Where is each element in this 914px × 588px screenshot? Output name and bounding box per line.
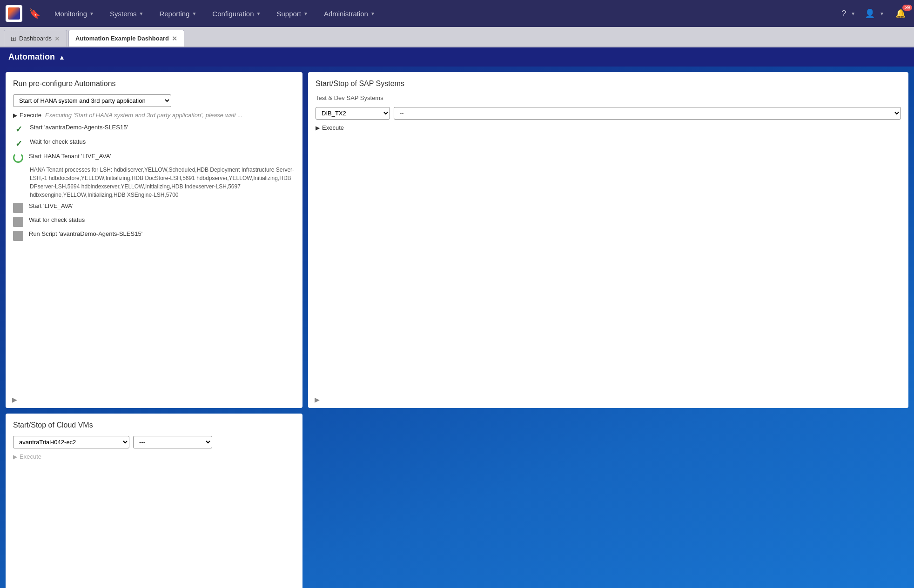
- nav-systems[interactable]: Systems ▼: [103, 0, 150, 27]
- step5-pending-icon: [13, 217, 23, 227]
- card2-execute-label: Execute: [322, 124, 344, 131]
- play-icon: ▶: [13, 454, 17, 460]
- card-sap-systems: Start/Stop of SAP Systems Test & Dev SAP…: [308, 72, 908, 408]
- step-4: Start 'LIVE_AVA': [13, 202, 295, 213]
- automation-section-header: Automation ▲: [0, 47, 914, 67]
- card4-empty: [308, 414, 908, 588]
- chevron-down-icon: ▼: [880, 11, 884, 16]
- card-cloud-vms: Start/Stop of Cloud VMs avantraTrial-i04…: [6, 414, 302, 588]
- card2-title: Start/Stop of SAP Systems: [316, 80, 901, 88]
- tab-bar: ⊞ Dashboards ✕ Automation Example Dashbo…: [0, 27, 914, 47]
- nav-configuration[interactable]: Configuration ▼: [206, 0, 267, 27]
- step2-text: Wait for check status: [30, 138, 86, 146]
- card1-automation-select[interactable]: Start of HANA system and 3rd party appli…: [13, 94, 171, 107]
- card1-title: Run pre-configure Automations: [13, 80, 295, 88]
- top-navigation: 🔖 Monitoring ▼ Systems ▼ Reporting ▼ Con…: [0, 0, 914, 27]
- step2-done-icon: ✓: [13, 138, 24, 149]
- card3-vm-select[interactable]: avantraTrial-i042-ec2: [13, 436, 129, 448]
- step3-text: Start HANA Tenant 'LIVE_AVA': [29, 152, 111, 160]
- card1-expand-icon[interactable]: ▶: [12, 396, 17, 403]
- tab-automation-label: Automation Example Dashboard: [75, 35, 169, 42]
- step5-text: Wait for check status: [29, 216, 85, 224]
- section-title: Automation: [8, 52, 55, 62]
- step-6: Run Script 'avantraDemo-Agents-SLES15': [13, 230, 295, 241]
- card3-execute-button[interactable]: ▶ Execute: [13, 453, 41, 460]
- card1-dropdown-row: Start of HANA system and 3rd party appli…: [13, 94, 295, 107]
- card2-system-select[interactable]: DIB_TX2: [316, 107, 390, 120]
- step-5: Wait for check status: [13, 216, 295, 227]
- step3-detail: HANA Tenant processes for LSH: hdbdiserv…: [30, 166, 295, 199]
- card3-action-select[interactable]: ---: [133, 436, 212, 448]
- chevron-down-icon: ▼: [303, 11, 308, 16]
- section-collapse-icon[interactable]: ▲: [59, 53, 65, 61]
- step-2: ✓ Wait for check status: [13, 138, 295, 149]
- chevron-down-icon: ▼: [851, 11, 855, 16]
- card2-execute-row: ▶ Execute: [316, 124, 901, 131]
- main-content: Run pre-configure Automations Start of H…: [0, 67, 914, 588]
- user-icon[interactable]: 👤: [862, 8, 878, 19]
- card2-subtitle: Test & Dev SAP Systems: [316, 94, 901, 101]
- step4-pending-icon: [13, 203, 23, 213]
- card-run-automations: Run pre-configure Automations Start of H…: [6, 72, 302, 408]
- dashboards-icon: ⊞: [11, 35, 16, 42]
- card2-select-row: DIB_TX2 --: [316, 107, 901, 120]
- step6-pending-icon: [13, 231, 23, 241]
- card1-execute-button[interactable]: ▶ Execute: [13, 112, 41, 119]
- nav-monitoring[interactable]: Monitoring ▼: [48, 0, 101, 27]
- step4-text: Start 'LIVE_AVA': [29, 202, 74, 210]
- step3-loading-icon: [13, 153, 23, 163]
- card3-select-row: avantraTrial-i042-ec2 ---: [13, 436, 295, 448]
- chevron-down-icon: ▼: [256, 11, 261, 16]
- nav-reporting[interactable]: Reporting ▼: [153, 0, 203, 27]
- step-3: Start HANA Tenant 'LIVE_AVA': [13, 152, 295, 163]
- step1-done-icon: ✓: [13, 124, 24, 135]
- step6-text: Run Script 'avantraDemo-Agents-SLES15': [29, 230, 142, 238]
- nav-support[interactable]: Support ▼: [270, 0, 314, 27]
- card1-execute-label: Execute: [20, 112, 41, 119]
- chevron-down-icon: ▼: [139, 11, 143, 16]
- tab-automation-example[interactable]: Automation Example Dashboard ✕: [68, 30, 184, 47]
- chevron-down-icon: ▼: [370, 11, 375, 16]
- card3-execute-label: Execute: [20, 453, 41, 460]
- card2-execute-button[interactable]: ▶ Execute: [316, 124, 344, 131]
- card3-title: Start/Stop of Cloud VMs: [13, 421, 295, 429]
- card3-execute-row: ▶ Execute: [13, 453, 295, 460]
- card1-execute-row: ▶ Execute Executing 'Start of HANA syste…: [13, 112, 295, 119]
- step1-text: Start 'avantraDemo-Agents-SLES15': [30, 123, 128, 132]
- bookmark-icon[interactable]: 🔖: [29, 8, 40, 19]
- notification-badge-wrap[interactable]: 🔔 >9: [893, 8, 908, 19]
- tab-dashboards-label: Dashboards: [19, 35, 52, 42]
- app-logo: [6, 5, 22, 22]
- card1-step-list: ✓ Start 'avantraDemo-Agents-SLES15' ✓ Wa…: [13, 123, 295, 241]
- chevron-down-icon: ▼: [192, 11, 196, 16]
- play-icon: ▶: [13, 112, 17, 119]
- tab-dashboards-close[interactable]: ✕: [54, 35, 60, 42]
- card2-action-select[interactable]: --: [394, 107, 901, 120]
- nav-user-group: 👤 ▼: [862, 8, 884, 19]
- notification-count: >9: [902, 5, 912, 11]
- nav-help-group: ? ▼: [839, 9, 855, 19]
- card1-executing-text: Executing 'Start of HANA system and 3rd …: [45, 112, 242, 119]
- step-1: ✓ Start 'avantraDemo-Agents-SLES15': [13, 123, 295, 135]
- play-icon: ▶: [316, 125, 320, 131]
- chevron-down-icon: ▼: [89, 11, 94, 16]
- help-icon[interactable]: ?: [839, 9, 849, 19]
- nav-administration[interactable]: Administration ▼: [317, 0, 382, 27]
- tab-dashboards[interactable]: ⊞ Dashboards ✕: [4, 30, 67, 47]
- card2-expand-icon[interactable]: ▶: [315, 396, 320, 403]
- tab-automation-close[interactable]: ✕: [172, 35, 177, 42]
